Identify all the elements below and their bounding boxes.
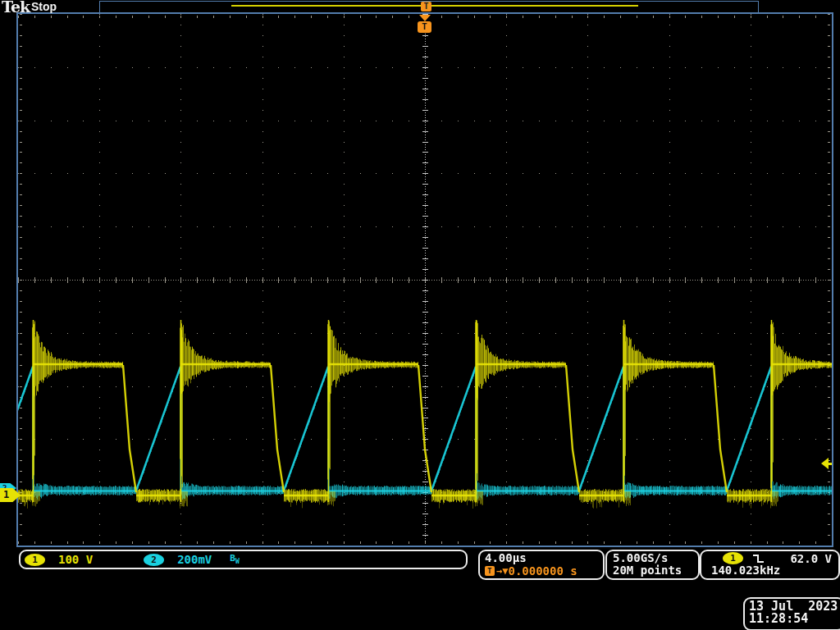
trigger-frequency-readout: 140.023kHz — [701, 564, 838, 577]
trigger-position-value: 0.000000 s — [508, 564, 577, 578]
acquisition-readout-box: 5.00GS/s 20M points — [605, 550, 700, 580]
trigger-arrows-icon: →▼ — [496, 565, 508, 577]
ch1-badge: 1 — [25, 554, 45, 566]
ch2-badge: 2 — [144, 554, 164, 566]
oscilloscope-screen: Tek Stop T T 2 1 1 100 V 2 200mV BW 4.00… — [0, 0, 840, 630]
trigger-position-flag-icon: T — [418, 21, 431, 33]
channel-readout-box: 1 100 V 2 200mV BW — [19, 550, 468, 569]
record-length-readout: 20M points — [613, 564, 698, 577]
record-window-indicator — [231, 5, 638, 7]
date-readout: 13 Jul 2023 — [749, 600, 840, 612]
record-view-bar: T — [99, 1, 759, 13]
trigger-readout-box: 1 62.0 V 140.023kHz — [700, 550, 840, 580]
ch2-scale-readout: 200mV — [177, 553, 212, 566]
trigger-level-arrow-icon — [821, 458, 832, 469]
time-readout: 11:28:54 — [749, 612, 840, 624]
trigger-source-badge: 1 — [723, 552, 743, 564]
horizontal-readout-box: 4.00µs T →▼ 0.000000 s — [478, 550, 605, 580]
acquisition-state-label: Stop — [31, 0, 57, 13]
graticule-and-waveforms — [0, 0, 840, 630]
datetime-box: 13 Jul 2023 11:28:54 — [743, 597, 840, 630]
ch1-scale-readout: 100 V — [58, 553, 93, 566]
record-trigger-flag-icon: T — [421, 2, 431, 11]
falling-slope-icon — [751, 553, 766, 564]
bandwidth-limit-icon: BW — [230, 553, 239, 565]
trigger-flag-mini-icon: T — [485, 566, 495, 576]
tek-logo: Tek — [2, 0, 30, 16]
trigger-level-readout: 62.0 V — [790, 552, 832, 565]
timebase-readout: 4.00µs — [485, 552, 603, 564]
trigger-position-arrow-icon — [419, 15, 431, 21]
trigger-position-readout: T →▼ 0.000000 s — [485, 564, 603, 577]
sample-rate-readout: 5.00GS/s — [613, 552, 698, 564]
trigger-level-tail — [828, 463, 832, 465]
